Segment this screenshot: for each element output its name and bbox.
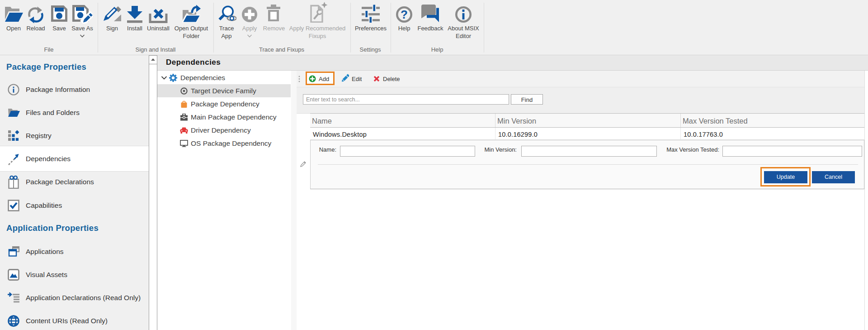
svg-text:?: ? (401, 8, 408, 21)
